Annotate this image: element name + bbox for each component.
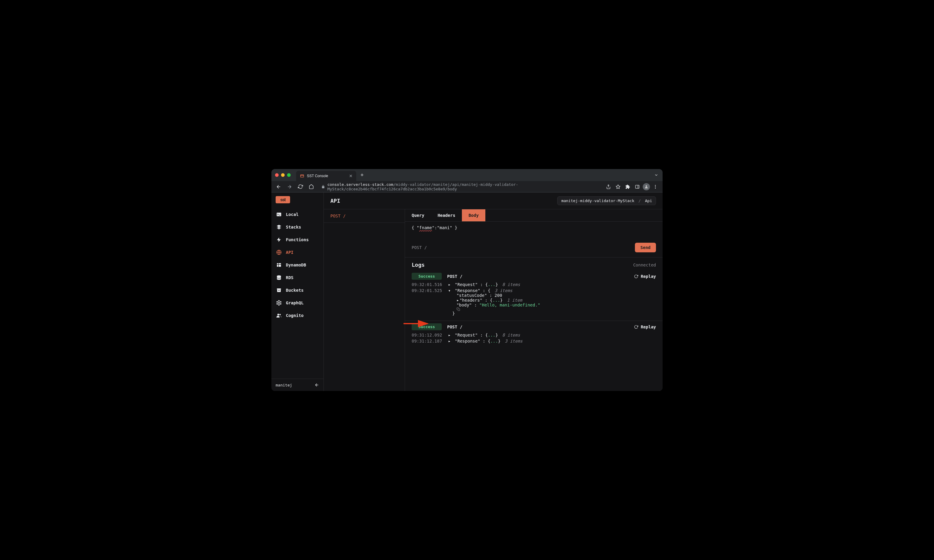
sidebar-item-graphql[interactable]: GraphQL (271, 297, 324, 309)
caret-down-icon: ▾ (448, 288, 452, 293)
replay-button[interactable]: Replay (634, 274, 656, 279)
svg-point-14 (281, 302, 281, 302)
json-collapsed[interactable]: ▸ "Request" : {...} 8 items (448, 282, 656, 287)
browser-tab-bar: SST Console ✕ + (271, 169, 663, 181)
sidebar-item-local[interactable]: Local (271, 208, 324, 221)
sidebar-item-rds[interactable]: RDS (271, 271, 324, 284)
caret-right-icon: ▸ (448, 338, 452, 343)
users-icon (276, 313, 282, 318)
sidebar-item-functions[interactable]: Functions (271, 233, 324, 246)
back-button[interactable] (274, 183, 283, 191)
send-method-path: POST / (412, 245, 427, 250)
tabs-dropdown-icon[interactable] (650, 173, 663, 177)
tab-favicon-icon (300, 174, 305, 178)
browser-tab[interactable]: SST Console ✕ (296, 171, 356, 181)
svg-rect-0 (301, 175, 304, 177)
profile-avatar[interactable] (643, 183, 650, 190)
tab-headers[interactable]: Headers (431, 209, 462, 222)
breadcrumb-stack: manitej-middy-validator-MyStack (561, 198, 634, 203)
maximize-window-button[interactable] (287, 173, 291, 177)
svg-rect-8 (277, 263, 281, 267)
json-expanded[interactable]: ▾ "Response" : { 3 items "statusCode" : … (448, 288, 656, 316)
log-line: 09:32:01.516 ▸ "Request" : {...} 8 items (412, 282, 656, 288)
breadcrumb[interactable]: manitej-middy-validator-MyStack / Api (557, 196, 656, 205)
app-root: sst Local Stacks (271, 192, 663, 391)
log-entry: Success POST / Replay 09:31:12.092 ▸ (405, 321, 663, 348)
svg-point-18 (277, 314, 279, 315)
log-line: 09:31:12.092 ▸ "Request" : {...} 8 items (412, 332, 656, 338)
svg-point-17 (276, 304, 277, 305)
replay-icon (634, 325, 638, 329)
log-entry-header: Success POST / Replay (412, 273, 656, 280)
sidebar-item-api[interactable]: API (271, 246, 324, 258)
side-panel-icon[interactable] (633, 183, 641, 191)
logs-title: Logs (412, 262, 425, 268)
reload-button[interactable] (296, 183, 305, 191)
sidebar-item-label: Stacks (286, 225, 301, 229)
logo-area: sst (271, 192, 324, 205)
sidebar-item-label: GraphQL (286, 300, 304, 305)
replay-button[interactable]: Replay (634, 325, 656, 329)
sidebar-item-stacks[interactable]: Stacks (271, 221, 324, 233)
svg-rect-20 (458, 309, 460, 311)
sidebar-item-label: RDS (286, 275, 293, 280)
timestamp: 09:31:12.092 (412, 332, 442, 337)
send-button[interactable]: Send (635, 243, 656, 252)
sidebar-item-label: Buckets (286, 288, 304, 292)
json-collapsed[interactable]: ▸ "Request" : {...} 8 items (448, 332, 656, 337)
share-icon[interactable] (604, 183, 613, 191)
browser-actions (604, 183, 660, 191)
footer-username: manitej (276, 383, 292, 388)
close-window-button[interactable] (275, 173, 279, 177)
replay-icon (634, 274, 638, 278)
new-tab-button[interactable]: + (356, 172, 368, 178)
json-collapsed[interactable]: ▸ "Response" : {...} 3 items (448, 338, 656, 343)
svg-point-13 (279, 305, 279, 305)
sidebar: sst Local Stacks (271, 192, 324, 391)
sidebar-item-dynamodb[interactable]: DynamoDB (271, 258, 324, 271)
minimize-window-button[interactable] (281, 173, 285, 177)
sidebar-item-label: Cognito (286, 313, 304, 318)
table-icon (276, 262, 282, 268)
extensions-icon[interactable] (623, 183, 632, 191)
bolt-icon (276, 237, 282, 242)
tab-query[interactable]: Query (405, 209, 431, 222)
route-item[interactable]: POST / (324, 209, 405, 223)
log-method: POST / (447, 274, 462, 279)
copy-icon[interactable] (456, 308, 656, 311)
sst-logo[interactable]: sst (276, 196, 290, 203)
log-line: 09:31:12.187 ▸ "Response" : {...} 3 item… (412, 338, 656, 344)
graphql-icon (276, 300, 282, 306)
status-badge: Success (412, 273, 442, 280)
close-tab-icon[interactable]: ✕ (349, 174, 353, 178)
archive-icon (276, 288, 282, 293)
sidebar-item-label: API (286, 250, 293, 255)
svg-rect-11 (277, 290, 281, 292)
status-badge: Success (412, 323, 442, 330)
sidebar-item-cognito[interactable]: Cognito (271, 309, 324, 322)
back-arrow-icon (314, 383, 319, 388)
tab-body[interactable]: Body (462, 209, 485, 222)
lock-icon (321, 185, 325, 189)
sidebar-footer[interactable]: manitej (271, 378, 324, 391)
body-editor[interactable]: { "fname":"mani" } (405, 222, 663, 240)
bookmark-icon[interactable] (614, 183, 622, 191)
sidebar-item-label: Functions (286, 237, 309, 242)
tab-title: SST Console (307, 174, 328, 178)
timestamp: 09:31:12.187 (412, 338, 442, 343)
svg-rect-10 (277, 288, 281, 290)
page-title: API (330, 198, 340, 204)
url-bar[interactable]: console.serverless-stack.com/middy-valid… (318, 183, 602, 191)
routes-panel: POST / (324, 209, 405, 391)
url-domain: console.serverless-stack.com (327, 182, 393, 187)
timestamp: 09:32:01.516 (412, 282, 442, 287)
browser-menu-icon[interactable] (651, 183, 660, 191)
browser-window: SST Console ✕ + console.serverless-stack… (271, 169, 663, 391)
home-button[interactable] (307, 183, 315, 191)
sidebar-item-buckets[interactable]: Buckets (271, 284, 324, 297)
caret-right-icon: ▸ (448, 282, 452, 287)
layers-icon (276, 225, 282, 230)
forward-button[interactable] (285, 183, 294, 191)
database-icon (276, 275, 282, 280)
browser-toolbar: console.serverless-stack.com/middy-valid… (271, 181, 663, 192)
